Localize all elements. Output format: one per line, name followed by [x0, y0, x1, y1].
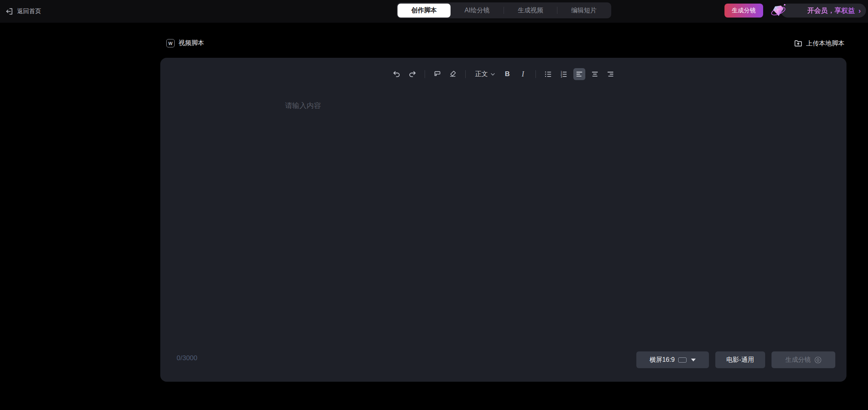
redo-button[interactable] [406, 68, 418, 80]
paragraph-style-dropdown[interactable]: 正文 [472, 68, 498, 80]
membership-gem-icon [769, 1, 788, 20]
ordered-list-button[interactable]: 1 2 3 [558, 68, 570, 80]
toolbar-divider [425, 70, 425, 78]
script-section-header: W 视频脚本 [166, 39, 204, 47]
editor-placeholder: 请输入内容 [285, 101, 321, 110]
editor-toolbar: 正文 B I 1 2 3 [160, 68, 846, 80]
landscape-ratio-icon [678, 357, 687, 363]
tab-ai-storyboard[interactable]: AI绘分镜 [451, 4, 504, 18]
generate-storyboard-label: 生成分镜 [785, 356, 811, 364]
editor-footer-actions: 横屏16:9 电影-通用 生成分镜 [636, 351, 835, 368]
aspect-ratio-label: 横屏16:9 [650, 356, 675, 364]
clear-format-eraser-button[interactable] [447, 68, 459, 80]
script-section-title: 视频脚本 [179, 39, 204, 47]
membership-banner[interactable]: 开会员，享权益 › [781, 4, 866, 18]
chevron-down-icon [491, 73, 495, 76]
align-center-button[interactable] [589, 68, 601, 80]
bold-button[interactable]: B [502, 68, 514, 80]
paragraph-style-value: 正文 [475, 70, 488, 78]
italic-button[interactable]: I [517, 68, 529, 80]
bullet-list-button[interactable] [542, 68, 554, 80]
folder-upload-icon [794, 39, 803, 48]
chevron-down-icon [691, 359, 696, 361]
credits-coin-icon [814, 356, 822, 364]
generate-storyboard-button[interactable]: 生成分镜 [772, 351, 835, 368]
tab-generate-video[interactable]: 生成视频 [504, 4, 557, 18]
toolbar-divider [465, 70, 466, 78]
svg-text:3: 3 [560, 75, 562, 78]
back-home-link[interactable]: 返回首页 [5, 0, 41, 23]
word-doc-icon: W [166, 39, 175, 47]
script-text-editor[interactable]: 请输入内容 [160, 86, 846, 346]
align-right-button[interactable] [604, 68, 616, 80]
undo-button[interactable] [391, 68, 403, 80]
back-home-label: 返回首页 [17, 8, 41, 15]
workflow-tabs: 创作脚本 AI绘分镜 生成视频 编辑短片 [397, 2, 611, 18]
character-counter: 0/3000 [177, 354, 197, 362]
top-bar: 返回首页 创作脚本 AI绘分镜 生成视频 编辑短片 生成分镜 开会员，享权益 [0, 0, 868, 23]
tab-create-script[interactable]: 创作脚本 [398, 4, 451, 18]
style-template-button[interactable]: 电影-通用 [715, 351, 765, 368]
generate-storyboard-header-button[interactable]: 生成分镜 [724, 4, 763, 18]
exit-back-icon [5, 7, 14, 16]
membership-label: 开会员，享权益 [807, 6, 855, 15]
format-painter-button[interactable] [431, 68, 443, 80]
aspect-ratio-dropdown[interactable]: 横屏16:9 [636, 351, 709, 368]
toolbar-divider [535, 70, 536, 78]
tab-edit-clip[interactable]: 编辑短片 [557, 4, 610, 18]
align-left-button[interactable] [573, 68, 585, 80]
upload-local-script-label: 上传本地脚本 [806, 39, 844, 48]
chevron-right-icon: › [858, 7, 861, 14]
script-editor-panel: 正文 B I 1 2 3 [160, 58, 846, 382]
upload-local-script-button[interactable]: 上传本地脚本 [794, 39, 844, 48]
